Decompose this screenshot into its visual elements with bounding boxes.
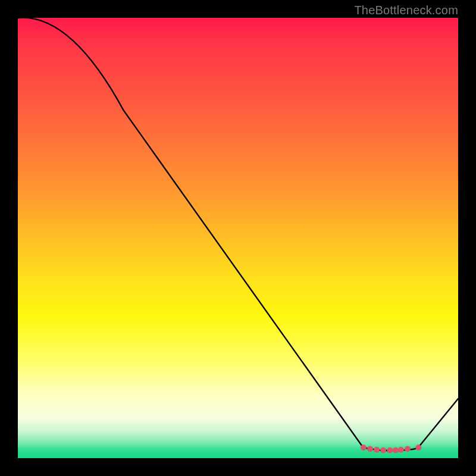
data-marker [393, 447, 399, 453]
data-marker [380, 447, 386, 453]
data-marker [367, 446, 373, 452]
curve-path [18, 18, 458, 451]
data-marker [405, 446, 411, 452]
chart-overlay [0, 0, 476, 476]
data-marker [361, 444, 367, 450]
data-marker [374, 447, 380, 453]
data-marker [415, 444, 421, 450]
line-series [18, 18, 458, 451]
data-marker [387, 447, 393, 453]
data-marker [398, 447, 404, 453]
chart-stage: TheBottleneck.com [0, 0, 476, 476]
